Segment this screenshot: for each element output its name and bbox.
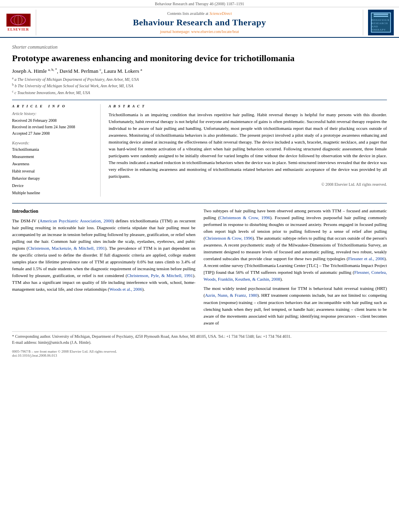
elsevier-logo: ELSEVIER (6, 14, 31, 31)
doi-text: doi:10.1016/j.brat.2008.06.013 (12, 353, 387, 357)
brat-text: BEHAVIOURRESEARCHAND THERAPY (372, 18, 390, 31)
keywords-section: Keywords: Trichotillomania Measurement A… (12, 141, 94, 197)
affiliation-a: a a The University of Michigan Departmen… (12, 76, 387, 82)
brat-icon: BEHAVIOURRESEARCHAND THERAPY (371, 12, 391, 33)
journal-header-center: Contents lists available at ScienceDirec… (36, 10, 363, 35)
sciencedirect-link[interactable]: ScienceDirect (210, 11, 232, 16)
brat-logo-block: BEHAVIOURRESEARCHAND THERAPY (363, 10, 395, 35)
body-left-col: Introduction The DSM-IV (American Psychi… (12, 207, 195, 329)
article-info-header: A R T I C L E I N F O (12, 104, 94, 108)
introduction-title: Introduction (12, 207, 195, 215)
keyword-1: Trichotillomania (12, 146, 94, 153)
homepage-url[interactable]: www.elsevier.com/locate/brat (191, 29, 239, 34)
affiliation-c: c c Touchstone Innovations, Ann Arbor, M… (12, 89, 387, 96)
intro-left-p1: The DSM-IV (American Psychiatric Associa… (12, 218, 195, 293)
keyword-6: Device (12, 182, 94, 189)
history-received: Received 26 February 2008 Received in re… (12, 117, 94, 137)
authors-text: Joseph A. Himle a, b, *, David M. Perlma… (12, 68, 142, 74)
keyword-4: Habit reversal (12, 168, 94, 175)
ref-flessner-2006[interactable]: Flessner et al., 2006 (348, 256, 384, 261)
section-type: Shorter communication (12, 44, 387, 50)
elsevier-image (6, 14, 31, 27)
keywords-list: Trichotillomania Measurement Awareness H… (12, 146, 94, 197)
body-section: Introduction The DSM-IV (American Psychi… (12, 203, 387, 329)
journal-homepage: journal homepage: www.elsevier.com/locat… (160, 29, 239, 34)
ref-azrin-1980[interactable]: Azrin, Nunn, & Frantz, 1980 (205, 293, 257, 298)
keywords-label: Keywords: (12, 141, 94, 145)
ref-christenson-crow-1996b[interactable]: Christenson & Crow, 1996 (205, 236, 253, 240)
brat-logo: BEHAVIOURRESEARCHAND THERAPY (368, 10, 394, 35)
article-title: Prototype awareness enhancing and monito… (12, 53, 387, 64)
journal-title: Behaviour Research and Therapy (133, 17, 266, 28)
history-label: Article history: (12, 111, 94, 116)
ref-christenson-1991a[interactable]: Christenson, Mackenzie, & Mitchell, 1991 (28, 246, 105, 251)
journal-header: ELSEVIER Contents lists available at Sci… (0, 7, 399, 38)
keyword-5: Behavior therapy (12, 175, 94, 182)
article-history: Article history: Received 26 February 20… (12, 111, 94, 137)
intro-right-p1: Two subtypes of hair pulling have been o… (204, 207, 387, 283)
copyright: © 2008 Elsevier Ltd. All rights reserved… (109, 182, 387, 187)
footnote-block: * Corresponding author. University of Mi… (12, 331, 387, 345)
body-right-col: Two subtypes of hair pulling have been o… (204, 207, 387, 329)
ref-christenson-crow-1996a[interactable]: Christenson & Crow, 1996 (220, 215, 270, 220)
page: Behaviour Research and Therapy 46 (2008)… (0, 0, 399, 532)
ref-apa-2000[interactable]: American Psychiatric Association, 2000 (39, 218, 112, 223)
corresponding-author-note: * Corresponding author. University of Mi… (12, 333, 387, 339)
elsevier-text: ELSEVIER (8, 27, 29, 31)
article-info-col: A R T I C L E I N F O Article history: R… (12, 104, 101, 197)
affiliations: a a The University of Michigan Departmen… (12, 76, 387, 96)
ref-flessner-2008[interactable]: Flessner, Conelea, Woods, Franklin, Keut… (204, 270, 387, 281)
email-note: E-mail address: himlej@umich.edu (J.A. H… (12, 339, 387, 345)
article-top-info: Behaviour Research and Therapy 46 (2008)… (0, 0, 399, 7)
ref-christenson-1991b[interactable]: Christenson, Pyle, & Mitchell, 1991 (127, 273, 193, 278)
sciencedirect-line: Contents lists available at ScienceDirec… (167, 11, 232, 16)
intro-right-p2: The most widely tested psychosocial trea… (204, 285, 387, 326)
journal-reference: Behaviour Research and Therapy 46 (2008)… (155, 2, 244, 6)
abstract-col: A B S T R A C T Trichotillomania is an i… (109, 104, 387, 197)
body-two-col: Introduction The DSM-IV (American Psychi… (12, 207, 387, 329)
elsevier-logo-block: ELSEVIER (4, 10, 36, 35)
abstract-text: Trichotillomania is an impairing conditi… (109, 111, 387, 180)
bottom-copyright: 0005-7967/$ – see front matter © 2008 El… (12, 349, 387, 353)
main-content: Shorter communication Prototype awarenes… (0, 38, 399, 364)
keyword-2: Measurement (12, 153, 94, 160)
ref-woods-2006[interactable]: Woods et al., 2006 (109, 287, 142, 292)
article-info-abstract: A R T I C L E I N F O Article history: R… (12, 100, 387, 197)
abstract-header: A B S T R A C T (109, 104, 387, 108)
affiliation-b: b b The University of Michigan School of… (12, 82, 387, 89)
keyword-3: Awareness (12, 160, 94, 168)
brat-line-2 (374, 16, 388, 17)
keyword-7: Multiple baseline (12, 189, 94, 197)
doi-line: 0005-7967/$ – see front matter © 2008 El… (12, 349, 387, 357)
author-email[interactable]: himlej@umich.edu (38, 340, 69, 345)
authors-line: Joseph A. Himle a, b, *, David M. Perlma… (12, 68, 387, 74)
brat-line-1 (374, 14, 388, 15)
